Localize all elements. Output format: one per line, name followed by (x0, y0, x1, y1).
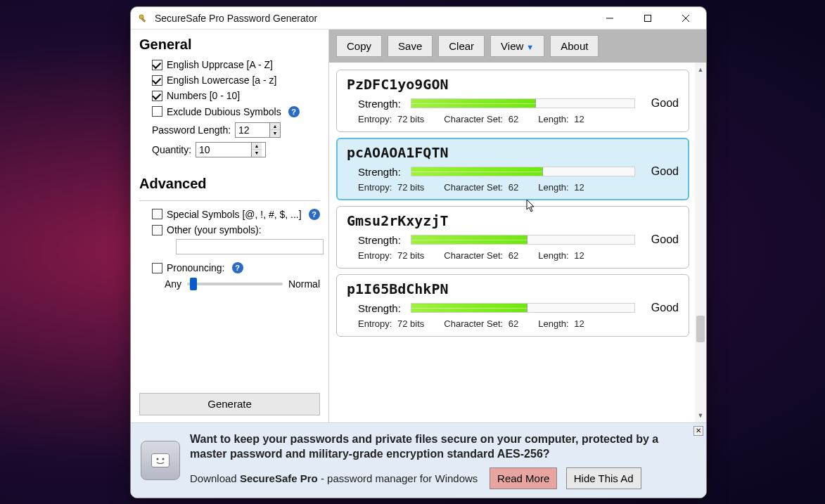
slider-right-label: Normal (288, 278, 320, 290)
numbers-label: Numbers [0 - 10] (167, 89, 240, 102)
length-up[interactable]: ▲ (270, 123, 280, 130)
ad-panel: ✕ Want to keep your passwords and privat… (131, 422, 706, 498)
password-meta: Entropy: 72 bitsCharacter Set: 62Length:… (347, 182, 679, 193)
svg-rect-1 (142, 18, 146, 22)
dubious-label: Exclude Dubious Symbols (167, 105, 281, 118)
quantity-input[interactable]: ▲▼ (196, 142, 266, 157)
minimize-button[interactable] (594, 8, 626, 28)
generate-button[interactable]: Generate (139, 393, 320, 415)
lowercase-label: English Lowercase [a - z] (167, 74, 276, 86)
ad-close-button[interactable]: ✕ (693, 426, 703, 436)
svg-rect-3 (645, 15, 651, 21)
qty-up[interactable]: ▲ (252, 143, 262, 150)
settings-pane: General English Upprcase [A - Z] English… (131, 30, 329, 422)
password-text: PzDFC1yo9GON (347, 76, 679, 93)
window-title: SecureSafe Pro Password Generator (155, 13, 588, 24)
strength-bar (411, 235, 635, 245)
password-meta: Entropy: 72 bitsCharacter Set: 62Length:… (347, 114, 679, 124)
slider-left-label: Any (165, 278, 181, 290)
hide-ad-button[interactable]: Hide This Ad (566, 467, 641, 489)
strength-bar (411, 98, 635, 108)
scrollbar[interactable]: ▲ ▼ (695, 63, 706, 422)
titlebar: SecureSafe Pro Password Generator (131, 7, 706, 30)
password-text: p1I65BdChkPN (347, 280, 679, 297)
scroll-down-icon[interactable]: ▼ (695, 410, 706, 421)
save-button[interactable]: Save (388, 35, 433, 57)
strength-label: Strength: (358, 234, 401, 246)
strength-bar (411, 167, 635, 176)
dubious-help-icon[interactable]: ? (288, 106, 300, 117)
app-window: SecureSafe Pro Password Generator Genera… (130, 6, 707, 498)
view-button[interactable]: View▼ (490, 35, 544, 57)
strength-value: Good (645, 165, 679, 178)
numbers-checkbox[interactable] (152, 91, 162, 101)
strength-bar (411, 303, 635, 313)
clear-button[interactable]: Clear (438, 35, 485, 57)
dubious-checkbox[interactable] (152, 106, 162, 117)
read-more-button[interactable]: Read More (490, 467, 557, 489)
strength-label: Strength: (358, 302, 401, 314)
pronouncing-label: Pronouncing: (167, 261, 225, 274)
password-text: Gmsu2rKxyzjT (347, 212, 679, 229)
password-card[interactable]: pcAOAOA1FQTNStrength:GoodEntropy: 72 bit… (336, 138, 689, 200)
strength-label: Strength: (358, 98, 401, 110)
password-card[interactable]: Gmsu2rKxyzjTStrength:GoodEntropy: 72 bit… (336, 206, 689, 269)
pronouncing-slider[interactable] (187, 283, 283, 285)
maximize-button[interactable] (632, 8, 664, 28)
strength-label: Strength: (358, 166, 401, 178)
special-help-icon[interactable]: ? (309, 209, 320, 220)
strength-value: Good (645, 233, 679, 246)
toolbar: Copy Save Clear View▼ About (329, 30, 706, 63)
dropdown-caret-icon: ▼ (526, 43, 534, 51)
password-length-input[interactable]: ▲▼ (235, 122, 281, 138)
app-icon (138, 13, 149, 24)
pronouncing-checkbox[interactable] (152, 263, 162, 273)
about-button[interactable]: About (550, 35, 599, 57)
special-checkbox[interactable] (152, 209, 162, 219)
scroll-thumb[interactable] (696, 316, 705, 342)
other-checkbox[interactable] (152, 225, 162, 235)
password-card[interactable]: PzDFC1yo9GONStrength:GoodEntropy: 72 bit… (336, 70, 689, 132)
password-meta: Entropy: 72 bitsCharacter Set: 62Length:… (347, 250, 679, 261)
lowercase-checkbox[interactable] (152, 75, 162, 86)
copy-button[interactable]: Copy (336, 35, 382, 57)
password-list: PzDFC1yo9GONStrength:GoodEntropy: 72 bit… (329, 63, 695, 422)
svg-point-6 (157, 458, 159, 460)
close-button[interactable] (670, 8, 702, 28)
password-meta: Entropy: 72 bitsCharacter Set: 62Length:… (347, 318, 679, 329)
uppercase-checkbox[interactable] (152, 60, 162, 70)
password-length-label: Password Length: (152, 124, 231, 136)
length-down[interactable]: ▼ (270, 130, 280, 137)
safe-icon (141, 441, 180, 480)
strength-value: Good (645, 97, 679, 110)
results-pane: Copy Save Clear View▼ About PzDFC1yo9GON… (329, 30, 706, 422)
other-symbols-input[interactable] (176, 239, 324, 254)
ad-text: Want to keep your passwords and private … (190, 432, 696, 489)
strength-value: Good (645, 302, 679, 314)
scroll-up-icon[interactable]: ▲ (695, 64, 706, 75)
quantity-label: Quantity: (152, 144, 191, 155)
uppercase-label: English Upprcase [A - Z] (167, 58, 273, 71)
qty-down[interactable]: ▼ (252, 150, 262, 157)
advanced-heading: Advanced (139, 176, 320, 192)
general-heading: General (139, 37, 320, 53)
other-label: Other (your symbols): (167, 224, 262, 236)
password-card[interactable]: p1I65BdChkPNStrength:GoodEntropy: 72 bit… (336, 274, 689, 337)
svg-point-7 (162, 458, 165, 460)
pronouncing-help-icon[interactable]: ? (232, 262, 243, 273)
password-text: pcAOAOA1FQTN (347, 144, 679, 161)
special-label: Special Symbols [@, !, #, $, ...] (167, 208, 302, 221)
